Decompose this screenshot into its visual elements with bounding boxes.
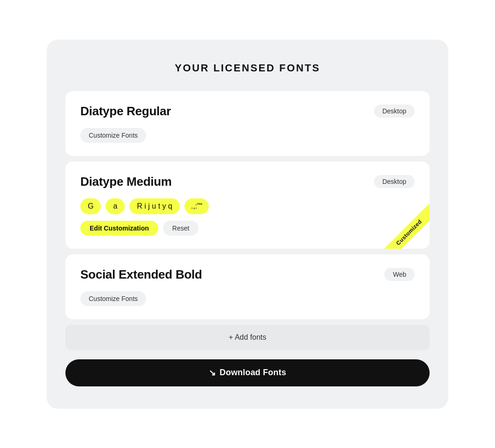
char-badge-a: a <box>106 198 125 214</box>
license-badge-desktop-2[interactable]: Desktop <box>374 175 415 188</box>
font-name-3: Social Extended Bold <box>80 267 202 282</box>
customized-ribbon: Customized <box>378 197 430 249</box>
font-name: Diatype Regular <box>80 104 171 119</box>
font-card-header-3: Social Extended Bold Web <box>80 267 415 282</box>
char-badge-punctuation: .,:"“ <box>184 198 209 214</box>
reset-button[interactable]: Reset <box>163 221 199 236</box>
customize-fonts-button-2[interactable]: Customize Fonts <box>80 291 146 306</box>
license-badge-desktop[interactable]: Desktop <box>374 105 415 118</box>
char-badge-G: G <box>80 198 101 214</box>
font-name-2: Diatype Medium <box>80 175 172 189</box>
customization-chars-row: G a R i j u t y q .,:"“ <box>80 198 415 214</box>
page-title: YOUR LICENSED FONTS <box>65 62 430 74</box>
customized-ribbon-label: Customized <box>381 204 430 249</box>
font-card-diatype-medium: Diatype Medium Desktop G a R i j u t y q… <box>65 161 430 249</box>
download-fonts-button[interactable]: ↘ Download Fonts <box>65 359 430 386</box>
download-fonts-label: Download Fonts <box>219 368 286 378</box>
download-icon: ↘ <box>209 368 216 378</box>
action-row: Edit Customization Reset <box>80 221 415 236</box>
add-fonts-button[interactable]: + Add fonts <box>65 325 430 350</box>
font-card-social-extended-bold: Social Extended Bold Web Customize Fonts <box>65 254 430 319</box>
licensed-fonts-card: YOUR LICENSED FONTS Diatype Regular Desk… <box>47 40 448 409</box>
license-badge-web[interactable]: Web <box>384 268 415 281</box>
edit-customization-button[interactable]: Edit Customization <box>80 221 158 236</box>
font-card-diatype-regular: Diatype Regular Desktop Customize Fonts <box>65 91 430 156</box>
customize-fonts-button-1[interactable]: Customize Fonts <box>80 128 146 143</box>
font-card-header: Diatype Regular Desktop <box>80 104 415 119</box>
font-card-header-2: Diatype Medium Desktop <box>80 175 415 189</box>
char-badge-rijutyq: R i j u t y q <box>129 198 180 214</box>
